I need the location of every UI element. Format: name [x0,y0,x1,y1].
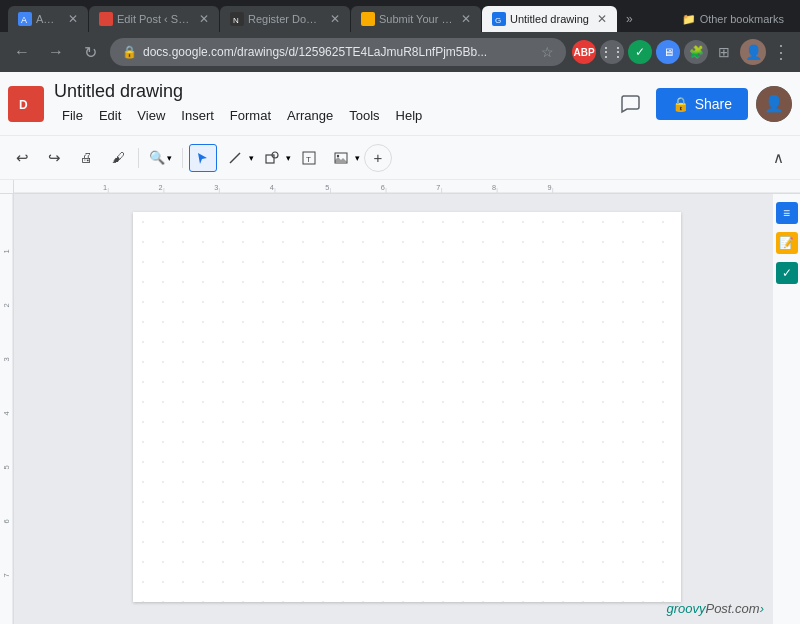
watermark: groovyPost.com› [666,601,764,616]
shapes-tool-button[interactable] [258,144,286,172]
toolbar-separator-2 [182,148,183,168]
redo-button[interactable]: ↪ [40,144,68,172]
tab-apps-label: Apps [36,13,60,25]
svg-point-12 [337,154,339,156]
svg-text:2: 2 [159,184,163,192]
tab-drawing-label: Untitled drawing [510,13,589,25]
share-button[interactable]: 🔒 Share [656,88,748,120]
side-panel-icon-teal[interactable]: ✓ [776,262,798,284]
star-icon[interactable]: ☆ [541,44,554,60]
bookmarks-folder[interactable]: 📁 Other bookmarks [674,13,792,26]
menu-arrange[interactable]: Arrange [279,105,341,126]
chrome-menu-icon[interactable]: ⋮ [770,41,792,63]
bookmarks-label: Other bookmarks [700,13,784,25]
tab-apps[interactable]: A Apps ✕ [8,6,88,32]
tab-close-register[interactable]: ✕ [330,12,340,26]
menu-insert[interactable]: Insert [173,105,222,126]
history-icon[interactable]: ⊞ [712,40,736,64]
undo-button[interactable]: ↩ [8,144,36,172]
title-menu-area: Untitled drawing File Edit View Insert F… [54,81,612,126]
svg-text:7: 7 [436,184,440,192]
svg-text:6: 6 [2,519,11,523]
canvas-area[interactable]: ≡ 📝 ✓ groovyPost.com› [14,194,800,624]
paint-format-button[interactable]: 🖌 [104,144,132,172]
watermark-brand: groovy [666,601,705,616]
browser-address-bar-row: ← → ↻ 🔒 docs.google.com/drawings/d/12596… [0,32,800,72]
tab-register-label: Register Domain N... [248,13,322,25]
tab-close-apps[interactable]: ✕ [68,12,78,26]
tab-close-submit[interactable]: ✕ [461,12,471,26]
top-ruler-row: 1 2 3 4 5 6 7 8 9 [0,180,800,194]
tab-drawing[interactable]: G Untitled drawing ✕ [482,6,617,32]
menu-help[interactable]: Help [388,105,431,126]
extension-icons: ABP ⋮⋮ ✓ 🖥 🧩 ⊞ 👤 ⋮ [572,39,792,65]
share-label: Share [695,96,732,112]
ruler-canvas-area: 1 2 3 4 5 6 7 8 9 [0,180,800,624]
image-tool-button[interactable] [327,144,355,172]
app-menu-bar: File Edit View Insert Format Arrange Too… [54,105,612,126]
shapes-dropdown-arrow[interactable]: ▾ [286,153,291,163]
menu-format[interactable]: Format [222,105,279,126]
tab-register[interactable]: N Register Domain N... ✕ [220,6,350,32]
svg-text:5: 5 [325,184,329,192]
menu-file[interactable]: File [54,105,91,126]
svg-text:G: G [495,16,501,24]
more-options-button[interactable]: + [364,144,392,172]
url-text: docs.google.com/drawings/d/1259625TE4LaJ… [143,45,535,59]
ext4-icon[interactable]: 🖥 [656,40,680,64]
text-tool-button[interactable]: T [295,144,323,172]
menu-tools[interactable]: Tools [341,105,387,126]
tab-close-edit[interactable]: ✕ [199,12,209,26]
app-logo: D [8,86,44,122]
forward-button[interactable]: → [42,38,70,66]
image-icon [334,151,348,165]
select-tool-button[interactable] [189,144,217,172]
abp-icon[interactable]: ABP [572,40,596,64]
comment-button[interactable] [612,86,648,122]
drawing-canvas[interactable] [133,212,681,602]
line-icon [228,151,242,165]
canvas-background-pattern [133,212,681,602]
browser-tab-bar: A Apps ✕ Edit Post ‹ Skyose -... ✕ N Reg… [0,0,800,32]
profile-icon[interactable]: 👤 [740,39,766,65]
side-panel-icon-blue[interactable]: ≡ [776,202,798,224]
svg-text:T: T [306,155,311,164]
svg-text:4: 4 [2,411,11,415]
svg-text:N: N [233,16,239,24]
collapse-toolbar-button[interactable]: ∧ [764,144,792,172]
app-bar-actions: 🔒 Share 👤 [612,86,792,122]
reload-button[interactable]: ↻ [76,38,104,66]
svg-text:7: 7 [2,573,11,577]
zoom-control[interactable]: 🔍 ▾ [145,148,176,167]
tab-submit[interactable]: Submit Your Story |... ✕ [351,6,481,32]
toolbar-separator-1 [138,148,139,168]
svg-text:1: 1 [103,184,107,192]
image-dropdown-arrow[interactable]: ▾ [355,153,360,163]
ext2-icon[interactable]: ⋮⋮ [600,40,624,64]
image-tool-group[interactable]: ▾ [327,144,360,172]
line-dropdown-arrow[interactable]: ▾ [249,153,254,163]
tab-submit-label: Submit Your Story |... [379,13,453,25]
line-tool-button[interactable] [221,144,249,172]
tab-close-drawing[interactable]: ✕ [597,12,607,26]
ext5-icon[interactable]: 🧩 [684,40,708,64]
secure-icon: 🔒 [122,45,137,59]
drawing-toolbar: ↩ ↪ 🖨 🖌 🔍 ▾ ▾ [0,136,800,180]
text-box-icon: T [302,151,316,165]
menu-view[interactable]: View [129,105,173,126]
menu-edit[interactable]: Edit [91,105,129,126]
print-button[interactable]: 🖨 [72,144,100,172]
zoom-dropdown-arrow: ▾ [167,153,172,163]
shapes-tool-group[interactable]: ▾ [258,144,291,172]
side-panel-icon-yellow[interactable]: 📝 [776,232,798,254]
extra-tabs-btn[interactable]: » [622,12,637,26]
svg-text:4: 4 [270,184,274,192]
line-tool-group[interactable]: ▾ [221,144,254,172]
tab-edit-post[interactable]: Edit Post ‹ Skyose -... ✕ [89,6,219,32]
address-bar[interactable]: 🔒 docs.google.com/drawings/d/1259625TE4L… [110,38,566,66]
back-button[interactable]: ← [8,38,36,66]
svg-text:2: 2 [2,303,11,307]
ext3-icon[interactable]: ✓ [628,40,652,64]
user-avatar[interactable]: 👤 [756,86,792,122]
share-lock-icon: 🔒 [672,96,689,112]
